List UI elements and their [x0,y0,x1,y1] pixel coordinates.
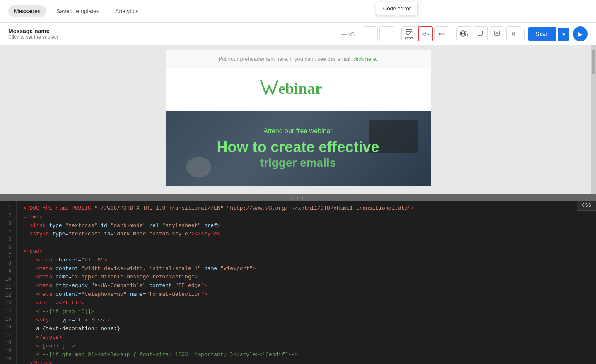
ln-10: 10 [5,276,11,284]
save-dropdown-button[interactable]: ▾ [558,28,569,41]
scrollbar-thumb [592,50,595,74]
code-line-16: </style> [23,333,589,342]
code-line-12: <title></title> [23,299,589,308]
play-icon: ▶ [578,31,583,37]
email-preheader: Put your preheader text here. If you can… [166,50,431,68]
test-icon-svg [405,28,413,36]
more-icon: ••• [439,31,445,37]
resize-dots: • • • [292,196,304,200]
preheader-text: Put your preheader text here. If you can… [218,56,352,62]
close-icon: ✕ [511,31,516,37]
code-line-6: <head> [23,247,589,256]
ln-19: 19 [5,347,11,355]
message-subject[interactable]: Click to set the subject [8,34,341,40]
svg-text:ebinar: ebinar [278,80,322,97]
test-icon [405,28,413,36]
ln-13: 13 [5,299,11,307]
tab-saved-templates[interactable]: Saved templates [51,5,105,17]
top-nav: Messages Saved templates Analytics Code … [0,0,596,23]
code-line-13: <!--[if (mso 16)]> [23,308,589,316]
line-numbers: 1 2 3 4 5 6 7 8 9 10 11 12 13 14 15 16 1… [0,201,17,364]
code-editor-button[interactable]: </> [418,26,433,41]
code-content[interactable]: <!DOCTYPE html PUBLIC "-//W3C//DTD XHTML… [17,201,596,364]
code-line-1: <!DOCTYPE html PUBLIC "-//W3C//DTD XHTML… [23,204,589,213]
code-line-3: <link type="text/css" id="dark-mode" rel… [23,222,589,230]
tab-messages[interactable]: Messages [8,5,46,17]
svg-rect-6 [478,31,482,35]
code-line-18: <!--[if gte mso 9]><style>sup { font-siz… [23,351,589,359]
preheader-link[interactable]: click here. [353,56,378,62]
save-arrow-icon: ▾ [562,31,565,37]
ln-14: 14 [5,307,11,315]
resize-handle[interactable]: • • • [0,194,596,201]
nav-tabs: Messages Saved templates Analytics [8,5,144,17]
language-button[interactable]: ▾ [456,26,471,41]
copy-icon [477,30,484,38]
email-preview: Put your preheader text here. If you can… [166,50,431,186]
code-line-15: a {text-decoration: none;} [23,325,589,333]
code-line-8: <meta content="width=device-width, initi… [23,265,589,273]
ln-3: 3 [5,220,11,228]
email-banner: Attend our free webinar How to create ef… [166,111,431,186]
play-button[interactable]: ▶ [573,26,588,41]
test-button[interactable]: TEST [401,26,416,41]
code-editor-tooltip-label: Code editor [383,5,411,12]
message-header: Message name Click to set the subject — … [0,23,596,46]
code-editor[interactable]: 1 2 3 4 5 6 7 8 9 10 11 12 13 14 15 16 1… [0,201,596,364]
globe-icon [460,30,466,38]
code-lines: 1 2 3 4 5 6 7 8 9 10 11 12 13 14 15 16 1… [0,201,596,364]
ln-16: 16 [5,323,11,331]
code-line-11: <meta content="telephone=no" name="forma… [23,290,589,299]
tab-analytics[interactable]: Analytics [109,5,144,17]
code-editor-tooltip: Code editor [376,2,418,15]
banner-subtitle: Attend our free webinar [217,127,379,135]
email-preview-area: Put your preheader text here. If you can… [0,46,596,194]
chevron-down-icon: ▾ [466,32,468,36]
svg-rect-1 [406,31,410,32]
toolbar: ← → TEST </> ••• [363,26,588,41]
message-info: Message name Click to set the subject [8,28,341,40]
css-tab[interactable]: CSS [577,201,596,211]
code-line-10: <meta http-equiv="X-UA-Compatible" conte… [23,282,589,290]
code-line-17: <![endif]--> [23,342,589,351]
save-button[interactable]: Save [528,27,556,41]
ln-11: 11 [5,284,11,292]
ln-7: 7 [5,252,11,260]
separator-1 [398,29,398,39]
banner-title-2: trigger emails [217,156,379,170]
webinar-logo: ebinar [174,77,422,103]
ln-1: 1 [5,204,11,212]
more-options-button[interactable]: ••• [434,26,449,41]
test-label: TEST [405,36,413,40]
code-line-9: <meta name="x-apple-disable-message-refo… [23,273,589,282]
ln-6: 6 [5,244,11,252]
ln-2: 2 [5,212,11,220]
code-icon: </> [422,31,430,37]
separator-2 [453,29,453,39]
undo-button[interactable]: ← [363,26,378,41]
ln-15: 15 [5,316,11,323]
message-name-label: Message name [8,28,341,34]
ln-4: 4 [5,228,11,236]
ln-5: 5 [5,236,11,244]
banner-title: How to create effective [217,138,379,156]
code-line-14: <style type="text/css"> [23,316,589,325]
export-button[interactable] [490,26,504,41]
scrollbar[interactable] [591,46,596,194]
message-size: — kB [341,31,355,37]
code-line-2: <html> [23,213,589,222]
code-line-4: <style type="text/css" id="dark-mode-cus… [23,230,589,239]
copy-button[interactable] [473,26,488,41]
svg-rect-0 [406,29,412,30]
email-logo: ebinar [166,68,431,111]
redo-button[interactable]: → [379,26,394,41]
ln-17: 17 [5,331,11,339]
banner-content: Attend our free webinar How to create ef… [217,127,379,170]
close-button[interactable]: ✕ [506,26,521,41]
code-line-7: <meta charset="UTF-8"> [23,256,589,265]
ln-12: 12 [5,292,11,299]
ln-9: 9 [5,268,11,276]
webinar-logo-svg: ebinar [257,77,340,99]
code-line-5 [23,239,589,247]
ln-18: 18 [5,339,11,347]
